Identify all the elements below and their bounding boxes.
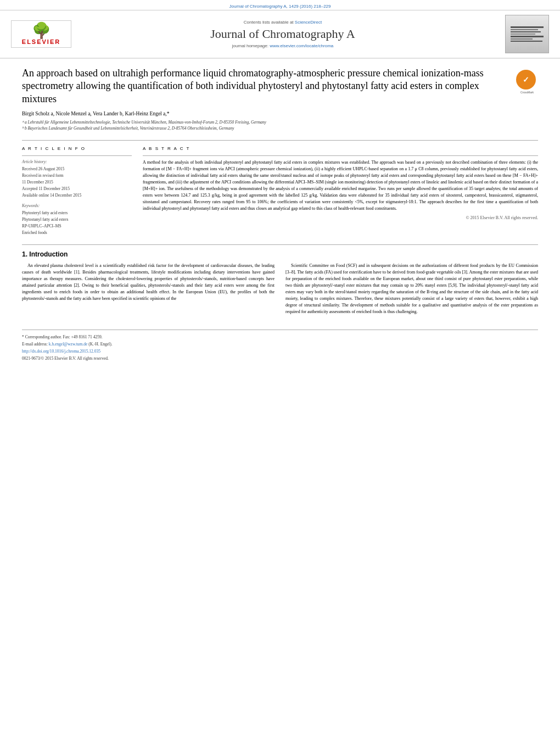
info-divider (22, 155, 132, 156)
page-wrapper: Journal of Chromatography A, 1429 (2016)… (0, 0, 560, 742)
authors-line: Birgit Scholz a, Nicole Menzel a, Vera L… (22, 111, 508, 116)
sciencedirect-line: Contents lists available at ScienceDirec… (82, 20, 483, 25)
received-date: Received 26 August 2015 (22, 166, 132, 172)
homepage-line: journal homepage: www.elsevier.com/locat… (82, 43, 483, 48)
elsevier-logo-container: 🌳 ELSEVIER (11, 20, 71, 48)
accepted-date: Accepted 11 December 2015 (22, 186, 132, 192)
elsevier-wordmark: ELSEVIER (22, 38, 60, 45)
header-center: Contents lists available at ScienceDirec… (82, 20, 483, 48)
article-info-column: A R T I C L E I N F O Article history: R… (22, 146, 132, 236)
keywords-list: Phytosteryl fatty acid esters Phytostany… (22, 210, 132, 236)
email-label: E-mail address: (22, 342, 48, 347)
affiliation-a: ᵃ a Lehrstuhl für Allgemeine Lebensmitte… (22, 120, 508, 126)
email-line: E-mail address: k.h.engel@wzw.tum.de (K.… (22, 342, 538, 347)
homepage-link[interactable]: www.elsevier.com/locate/chroma (270, 43, 333, 48)
journal-reference: Journal of Chromatography A, 1429 (2016)… (229, 4, 331, 9)
received-revised-label: Received in revised form (22, 172, 132, 179)
intro-col-right: Scientific Committee on Food (SCF) and i… (285, 263, 538, 319)
keyword-3: RP-UHPLC–APCI–MS (22, 223, 132, 230)
keywords-label: Keywords: (22, 203, 132, 208)
intro-para-2: Scientific Committee on Food (SCF) and i… (285, 263, 538, 315)
homepage-text: journal homepage: (232, 43, 268, 48)
issn-line: 0021-9673/© 2015 Elsevier B.V. All right… (22, 356, 538, 361)
article-history-label: Article history: (22, 159, 132, 164)
header-section: 🌳 ELSEVIER Contents lists available at S… (0, 10, 560, 59)
info-abstract-section: A R T I C L E I N F O Article history: R… (22, 146, 538, 236)
intro-col-left: An elevated plasma cholesterol level is … (22, 263, 275, 319)
main-content: An approach based on ultrahigh performan… (0, 59, 560, 369)
crossmark-icon: ✓ (516, 70, 536, 90)
abstract-heading: A B S T R A C T (143, 146, 538, 151)
journal-cover-image (505, 15, 549, 53)
article-title: An approach based on ultrahigh performan… (22, 67, 508, 105)
sciencedirect-link[interactable]: ScienceDirect (295, 20, 322, 25)
footer-section: * Corresponding author. Fax: +49 8161 71… (22, 330, 538, 361)
corresponding-note-text: * Corresponding author. Fax: +49 8161 71… (22, 334, 103, 339)
introduction-section: 1. Introduction An elevated plasma chole… (22, 244, 538, 319)
divider-after-title (22, 140, 538, 141)
introduction-title: 1. Introduction (22, 250, 538, 258)
introduction-two-col: An elevated plasma cholesterol level is … (22, 263, 538, 319)
revised-date: 11 December 2015 (22, 179, 132, 186)
article-info-heading: A R T I C L E I N F O (22, 146, 132, 151)
article-dates: Received 26 August 2015 Received in revi… (22, 166, 132, 199)
email-address[interactable]: k.h.engel@wzw.tum.de (49, 342, 88, 347)
abstract-text: A method for the analysis of both indivi… (143, 159, 538, 212)
svg-text:✓: ✓ (523, 76, 529, 84)
journal-name-header: Journal of Chromatography A (82, 27, 483, 41)
email-name: (K.-H. Engel). (88, 342, 112, 347)
article-title-section: An approach based on ultrahigh performan… (22, 67, 538, 135)
keyword-1: Phytosteryl fatty acid esters (22, 210, 132, 216)
authors: Birgit Scholz a, Nicole Menzel a, Vera L… (22, 111, 169, 116)
elsevier-logo-box: 🌳 ELSEVIER (11, 20, 71, 48)
doi-link[interactable]: http://dx.doi.org/10.1016/j.chroma.2015.… (22, 349, 100, 354)
journal-top-bar: Journal of Chromatography A, 1429 (2016)… (0, 0, 560, 10)
abstract-divider (143, 155, 538, 156)
available-online: Available online 14 December 2015 (22, 192, 132, 199)
intro-para-1: An elevated plasma cholesterol level is … (22, 263, 275, 302)
contents-available-text: Contents lists available at (244, 20, 294, 25)
crossmark-badge[interactable]: ✓ CrossMark (516, 70, 538, 94)
affiliations: ᵃ a Lehrstuhl für Allgemeine Lebensmitte… (22, 120, 508, 131)
copyright-line: © 2015 Elsevier B.V. All rights reserved… (143, 215, 538, 220)
keyword-2: Phytostanyl fatty acid esters (22, 216, 132, 223)
doi-line[interactable]: http://dx.doi.org/10.1016/j.chroma.2015.… (22, 349, 538, 354)
abstract-column: A B S T R A C T A method for the analysi… (143, 146, 538, 236)
elsevier-tree-icon: 🌳 (32, 23, 51, 38)
keyword-4: Enriched foods (22, 230, 132, 236)
article-title-text: An approach based on ultrahigh performan… (22, 67, 508, 135)
header-right (494, 15, 549, 53)
corresponding-author-note: * Corresponding author. Fax: +49 8161 71… (22, 334, 538, 339)
crossmark-label: CrossMark (516, 91, 538, 94)
affiliation-b: ᵇ b Bayerisches Landesamt für Gesundheit… (22, 126, 508, 132)
